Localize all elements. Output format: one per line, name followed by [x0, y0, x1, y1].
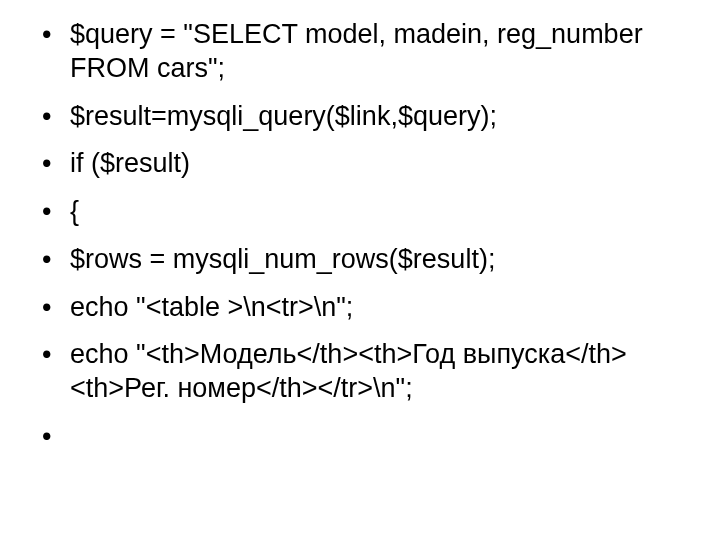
list-item: $query = "SELECT model, madein, reg_numb… [28, 18, 692, 86]
slide: $query = "SELECT model, madein, reg_numb… [0, 0, 720, 540]
list-item: $result=mysqli_query($link,$query); [28, 100, 692, 134]
bullet-text: if ($result) [70, 148, 190, 178]
bullet-text: echo "<table >\n<tr>\n"; [70, 292, 353, 322]
list-item [28, 420, 692, 447]
bullet-text: { [70, 196, 79, 226]
list-item: $rows = mysqli_num_rows($result); [28, 243, 692, 277]
bullet-text: $query = "SELECT model, madein, reg_numb… [70, 19, 643, 83]
list-item: { [28, 195, 692, 229]
list-item: if ($result) [28, 147, 692, 181]
bullet-text: $result=mysqli_query($link,$query); [70, 101, 497, 131]
bullet-list: $query = "SELECT model, madein, reg_numb… [28, 18, 692, 447]
list-item: echo "<table >\n<tr>\n"; [28, 291, 692, 325]
list-item: echo "<th>Модель</th><th>Год выпуска</th… [28, 338, 692, 406]
bullet-text: echo "<th>Модель</th><th>Год выпуска</th… [70, 339, 627, 403]
bullet-text: $rows = mysqli_num_rows($result); [70, 244, 495, 274]
